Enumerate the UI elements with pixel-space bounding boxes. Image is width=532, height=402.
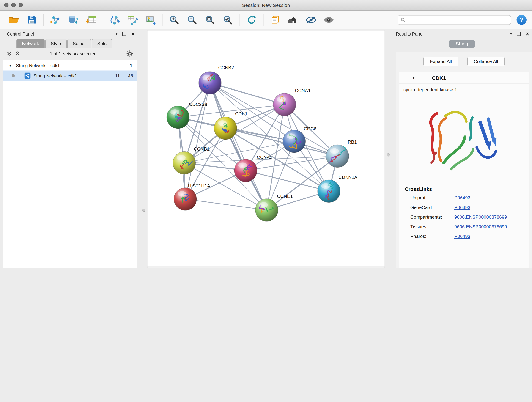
eye-icon bbox=[323, 16, 335, 24]
zoom-window-button[interactable] bbox=[19, 3, 23, 7]
network-canvas[interactable]: CCNB2CCNA1CDC25BCDK1CDC6RB1CCNB1CCNA2CDK… bbox=[147, 30, 385, 267]
node-label-CDC6: CDC6 bbox=[304, 126, 317, 131]
node-label-CCNE1: CCNE1 bbox=[277, 194, 293, 199]
clone-network-button[interactable] bbox=[106, 12, 124, 28]
control-panel-header: Control Panel ▾ ✕ bbox=[3, 30, 138, 38]
zoom-in-button[interactable] bbox=[165, 12, 183, 28]
copy-document-button[interactable] bbox=[266, 12, 284, 28]
tree-expand-icon[interactable]: ▼ bbox=[9, 64, 12, 67]
control-panel: Control Panel ▾ ✕ Network Style Select S… bbox=[3, 30, 138, 268]
crosslink-row: Uniprot:P06493 bbox=[410, 195, 529, 201]
minimize-window-button[interactable] bbox=[12, 3, 16, 7]
crosslink-label: Compartments: bbox=[410, 215, 454, 220]
network-node-RB1[interactable] bbox=[326, 145, 349, 167]
network-table-icon bbox=[127, 14, 138, 25]
left-splitter-handle[interactable] bbox=[142, 209, 146, 212]
node-label-RB1: RB1 bbox=[348, 140, 357, 145]
save-disk-icon bbox=[27, 15, 37, 25]
results-panel: Results Panel ▾ ✕ String Expand All Coll… bbox=[392, 30, 532, 268]
network-node-CCNE1[interactable] bbox=[255, 199, 278, 221]
network-edge-CCNB2-CCNA1[interactable] bbox=[210, 83, 285, 105]
network-graph[interactable]: CCNB2CCNA1CDC25BCDK1CDC6RB1CCNB1CCNA2CDK… bbox=[147, 31, 385, 267]
control-panel-tabs: Network Style Select Sets bbox=[3, 39, 138, 48]
close-window-button[interactable] bbox=[4, 3, 9, 7]
network-list: ▼ String Network – cdk1 1 String Network… bbox=[3, 60, 138, 268]
zoom-fit-icon bbox=[205, 15, 215, 25]
crosslink-link[interactable]: P06493 bbox=[454, 234, 470, 239]
tab-select[interactable]: Select bbox=[67, 39, 91, 48]
network-from-table-button[interactable] bbox=[124, 12, 142, 28]
toolbar-separator bbox=[162, 13, 163, 26]
export-image-button[interactable] bbox=[142, 12, 159, 28]
crosslink-link[interactable]: 9606.ENSP00000378699 bbox=[454, 224, 507, 230]
network-edge-CCNB2-CCNE1[interactable] bbox=[210, 83, 267, 210]
node-label-CDC25B: CDC25B bbox=[189, 102, 207, 107]
collapse-all-button[interactable]: Collapse All bbox=[467, 57, 505, 66]
zoom-fit-button[interactable] bbox=[201, 12, 219, 28]
zoom-check-icon bbox=[223, 15, 233, 25]
protein-description: cyclin-dependent kinase 1 bbox=[404, 87, 529, 92]
network-node-CCNB2[interactable] bbox=[199, 71, 221, 94]
panel-menu-icon[interactable]: ▾ bbox=[510, 32, 512, 36]
network-edge-CCNB2-HIST1H1A[interactable] bbox=[185, 83, 210, 199]
protein-name: CDK1 bbox=[432, 75, 446, 81]
right-splitter-handle[interactable] bbox=[387, 153, 390, 157]
crosslink-link[interactable]: P06493 bbox=[454, 195, 470, 201]
annotations-button[interactable] bbox=[284, 12, 302, 28]
apply-layout-button[interactable] bbox=[243, 12, 260, 28]
network-node-CDKN1A[interactable] bbox=[317, 180, 340, 203]
results-tab-string[interactable]: String bbox=[449, 40, 475, 48]
network-edge-count: 48 bbox=[128, 73, 133, 78]
help-button[interactable]: ? bbox=[517, 15, 527, 25]
import-network-database-button[interactable] bbox=[64, 12, 82, 28]
panel-menu-icon[interactable]: ▾ bbox=[116, 32, 118, 36]
search-box bbox=[398, 15, 511, 25]
expand-all-icon[interactable] bbox=[15, 51, 20, 56]
houses-icon bbox=[287, 15, 299, 25]
node-label-CCNB1: CCNB1 bbox=[194, 147, 210, 152]
gear-icon[interactable] bbox=[127, 50, 133, 57]
network-collection-count: 1 bbox=[130, 63, 133, 68]
import-table-file-button[interactable] bbox=[82, 12, 100, 28]
network-node-CCNB1[interactable] bbox=[173, 152, 196, 174]
network-node-CCNA1[interactable] bbox=[273, 93, 296, 116]
network-edge-HIST1H1A-CCNE1[interactable] bbox=[185, 199, 267, 210]
search-icon bbox=[401, 17, 408, 22]
panel-float-icon[interactable] bbox=[517, 32, 521, 36]
import-table-icon bbox=[86, 14, 97, 25]
crosslink-label: Tissues: bbox=[410, 224, 454, 230]
zoom-selected-button[interactable] bbox=[219, 12, 237, 28]
network-selected-status: 1 of 1 Network selected bbox=[20, 51, 127, 56]
open-session-button[interactable] bbox=[5, 12, 23, 28]
toolbar-separator bbox=[240, 13, 240, 26]
network-node-CDC25B[interactable] bbox=[167, 106, 190, 128]
panel-close-icon[interactable]: ✕ bbox=[131, 31, 135, 36]
network-node-CCNA2[interactable] bbox=[234, 159, 257, 182]
tab-network[interactable]: Network bbox=[17, 39, 44, 48]
panel-float-icon[interactable] bbox=[122, 32, 126, 36]
network-node-HIST1H1A[interactable] bbox=[174, 188, 196, 211]
network-node-CDC6[interactable] bbox=[283, 130, 306, 153]
import-network-file-button[interactable] bbox=[46, 12, 64, 28]
hide-selected-button[interactable] bbox=[302, 12, 320, 28]
network-node-CDK1[interactable] bbox=[214, 117, 237, 140]
crosslink-link[interactable]: 9606.ENSP00000378699 bbox=[454, 215, 507, 220]
crosslinks-list: Uniprot:P06493GeneCard:P06493Compartment… bbox=[399, 195, 529, 239]
network-collection-row[interactable]: ▼ String Network – cdk1 1 bbox=[3, 60, 137, 70]
expand-all-button[interactable]: Expand All bbox=[423, 57, 458, 66]
protein-card-header[interactable]: ▼ CDK1 bbox=[399, 72, 529, 84]
show-all-button[interactable] bbox=[320, 12, 338, 28]
collapse-all-icon[interactable] bbox=[7, 51, 12, 56]
tab-sets[interactable]: Sets bbox=[92, 39, 112, 48]
collapse-card-icon[interactable]: ▼ bbox=[412, 76, 415, 80]
search-input[interactable] bbox=[408, 17, 508, 23]
current-network-indicator bbox=[12, 74, 15, 77]
crosslink-link[interactable]: P06493 bbox=[454, 205, 470, 210]
tab-style[interactable]: Style bbox=[45, 39, 66, 48]
copy-document-icon bbox=[270, 15, 280, 25]
zoom-out-button[interactable] bbox=[183, 12, 201, 28]
crosslink-row: Compartments:9606.ENSP00000378699 bbox=[410, 215, 529, 220]
panel-close-icon[interactable]: ✕ bbox=[526, 31, 529, 36]
network-row[interactable]: String Network – cdk1 11 48 bbox=[3, 70, 137, 81]
save-session-button[interactable] bbox=[23, 12, 41, 28]
